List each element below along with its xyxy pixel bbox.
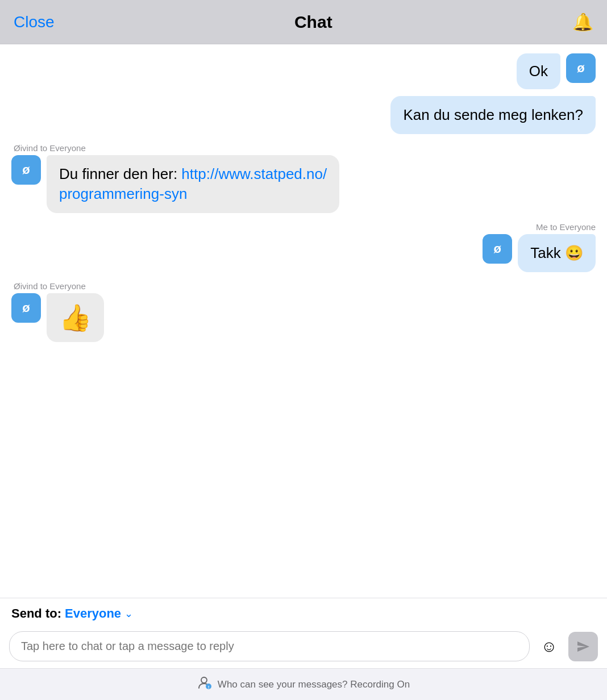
send-to-label: Send to:	[11, 606, 61, 621]
send-icon	[576, 640, 590, 653]
recording-text: Who can see your messages? Recording On	[218, 679, 410, 690]
chat-header: Close Chat 🔔	[0, 0, 607, 44]
chat-input[interactable]	[9, 631, 530, 661]
bubble-thumbsup[interactable]: 👍	[47, 293, 104, 342]
text-prefix: Du finner den her:	[59, 165, 181, 182]
message-takk: Me to Everyone Takk 😀 ø	[11, 222, 596, 272]
person-icon: !	[197, 676, 212, 690]
emoji-icon: ☺	[541, 638, 558, 656]
input-row: ☺	[0, 627, 607, 668]
avatar-oivind1: ø	[11, 155, 41, 185]
message-thumbsup: Øivind to Everyone ø 👍	[11, 281, 596, 342]
avatar-me-takk: ø	[483, 234, 512, 264]
message-body-row: Kan du sende meg lenken?	[390, 96, 596, 134]
bell-icon[interactable]: 🔔	[572, 12, 593, 32]
message-partial-ok: Ok ø	[11, 53, 596, 89]
svg-point-0	[201, 677, 207, 683]
send-button[interactable]	[568, 632, 598, 661]
message-kan-du: Kan du sende meg lenken?	[11, 96, 596, 134]
message-du-finner: Øivind to Everyone ø Du finner den her: …	[11, 143, 596, 213]
bubble-ok[interactable]: Ok	[517, 53, 560, 89]
bottom-section: Send to: Everyone ⌄ ☺	[0, 598, 607, 668]
page-title: Chat	[294, 13, 332, 32]
sender-label-oivind1: Øivind to Everyone	[11, 143, 86, 153]
avatar-me-ok: ø	[566, 53, 596, 83]
emoji-button[interactable]: ☺	[535, 633, 563, 660]
message-body-row-2: ø Du finner den her: http://www.statped.…	[11, 155, 339, 213]
sender-label-me: Me to Everyone	[534, 222, 596, 232]
close-button[interactable]: Close	[14, 13, 55, 31]
bubble-kan-du[interactable]: Kan du sende meg lenken?	[390, 96, 596, 134]
bubble-du-finner[interactable]: Du finner den her: http://www.statped.no…	[47, 155, 339, 213]
send-to-value[interactable]: Everyone	[65, 606, 121, 621]
sender-label-oivind2: Øivind to Everyone	[11, 281, 86, 291]
message-body-row-3: Takk 😀 ø	[483, 234, 596, 272]
bubble-takk[interactable]: Takk 😀	[518, 234, 596, 272]
message-body-row-4: ø 👍	[11, 293, 104, 342]
svg-text:!: !	[208, 685, 210, 690]
send-to-row: Send to: Everyone ⌄	[0, 598, 607, 627]
person-recording-icon: !	[197, 676, 212, 693]
avatar-oivind2: ø	[11, 293, 41, 323]
recording-bar: ! Who can see your messages? Recording O…	[0, 668, 607, 700]
chevron-down-icon[interactable]: ⌄	[124, 607, 133, 620]
messages-area: Ok ø Kan du sende meg lenken? Øivind to …	[0, 44, 607, 598]
